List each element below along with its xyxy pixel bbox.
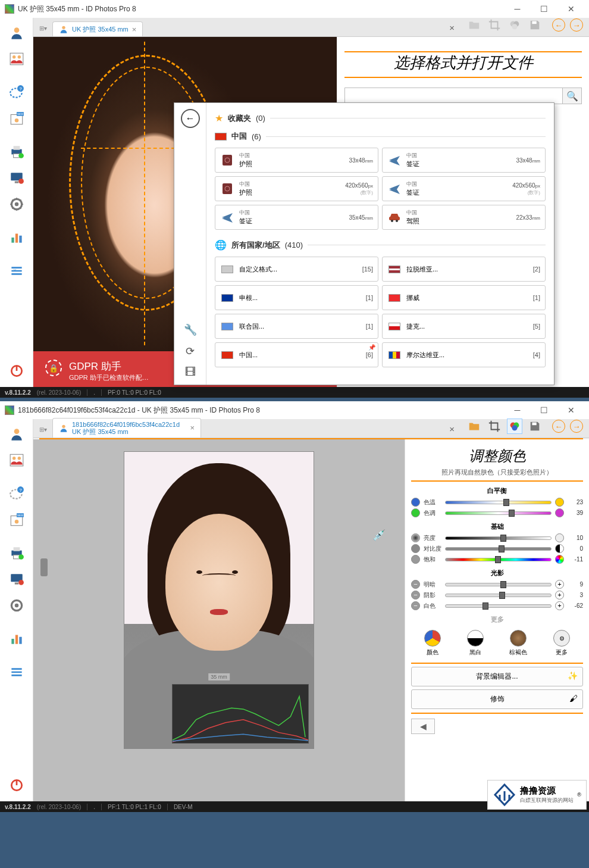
- nav-forward-icon[interactable]: →: [570, 18, 583, 32]
- slider-bright[interactable]: 亮度10: [411, 533, 583, 542]
- save-icon[interactable]: [527, 17, 543, 33]
- sidebar: ? NEW: [0, 18, 33, 387]
- eyedropper-icon[interactable]: 💉: [372, 529, 386, 542]
- wrench-icon[interactable]: 🔧: [184, 323, 197, 336]
- format-item[interactable]: 中国护照33x48mm: [215, 148, 378, 173]
- format-item[interactable]: 捷克...[5]: [382, 314, 546, 339]
- format-item[interactable]: 中国签证33x48mm: [382, 148, 546, 173]
- panel-heading: 调整颜色: [411, 447, 583, 466]
- search-box[interactable]: 🔍: [344, 88, 582, 104]
- format-item[interactable]: 挪威[1]: [382, 285, 546, 310]
- slider-tint[interactable]: 色调39: [411, 508, 583, 517]
- format-item[interactable]: 申根...[1]: [215, 285, 378, 310]
- format-item[interactable]: 中国签证35x45mm: [215, 205, 378, 230]
- sidebar-help[interactable]: ?: [2, 80, 31, 105]
- retouch-button[interactable]: 修饰🖌: [411, 689, 583, 709]
- format-item[interactable]: 拉脱维亚...[2]: [382, 257, 546, 282]
- crop-icon[interactable]: [487, 419, 502, 434]
- close-button[interactable]: ✕: [557, 1, 584, 17]
- tabbar-close-icon[interactable]: ×: [443, 23, 460, 36]
- slider-highlight[interactable]: −明暗+9: [411, 580, 583, 589]
- slider-shadow[interactable]: −阴影+3: [411, 591, 583, 600]
- sidebar-person[interactable]: [2, 20, 31, 45]
- section-china[interactable]: 中国(6): [215, 127, 546, 145]
- format-item[interactable]: 中国...[6]📌: [215, 342, 378, 367]
- watermark: 撸撸资源 白嫖互联网资源的网站 ®: [487, 780, 587, 810]
- mode-sepia-button[interactable]: 棕褐色: [509, 630, 527, 657]
- sidebar-power[interactable]: [2, 773, 31, 798]
- grid-toggle-icon[interactable]: ⊞▾: [37, 22, 49, 34]
- group-more: 更多: [411, 615, 583, 624]
- crop-icon[interactable]: [487, 17, 502, 33]
- save-icon[interactable]: [527, 419, 543, 434]
- sidebar-monitor[interactable]: [2, 166, 31, 191]
- slider-handle[interactable]: [40, 558, 48, 576]
- mode-more-button[interactable]: ⚙更多: [553, 630, 570, 657]
- canvas[interactable]: 35 mm: [33, 439, 405, 801]
- bg-editor-button[interactable]: 背景编辑器...✨: [411, 667, 583, 686]
- folder-icon[interactable]: [466, 17, 482, 33]
- grid-toggle-icon[interactable]: ⊞▾: [37, 423, 49, 435]
- person-icon: [59, 423, 68, 433]
- svg-point-24: [62, 26, 65, 29]
- sidebar-new[interactable]: NEW: [2, 507, 31, 532]
- sidebar-monitor[interactable]: [2, 567, 31, 592]
- popup-back-icon[interactable]: ←: [181, 109, 200, 128]
- sidebar-power[interactable]: [2, 358, 31, 383]
- sidebar-new[interactable]: NEW: [2, 106, 31, 131]
- format-item[interactable]: 中国签证420x560px(数字): [382, 176, 546, 201]
- color-icon[interactable]: [507, 17, 522, 33]
- minimize-button[interactable]: ─: [504, 1, 531, 17]
- search-input[interactable]: [345, 88, 562, 104]
- prev-button[interactable]: ◀: [411, 719, 435, 734]
- film-icon[interactable]: 🎞: [185, 366, 196, 379]
- folder-icon[interactable]: [466, 419, 482, 434]
- minimize-button[interactable]: ─: [504, 402, 531, 419]
- section-favorites[interactable]: ★收藏夹(0): [215, 109, 546, 127]
- slider-white[interactable]: −白色+-62: [411, 601, 583, 610]
- sidebar-people[interactable]: [2, 46, 31, 71]
- refresh-icon[interactable]: ⟳: [186, 345, 195, 358]
- sidebar-menu[interactable]: [2, 258, 31, 283]
- wand-icon: ✨: [568, 671, 578, 680]
- close-button[interactable]: ✕: [557, 402, 584, 419]
- color-icon[interactable]: [507, 419, 522, 434]
- tabbar-close-icon[interactable]: ×: [443, 424, 460, 438]
- sidebar-print[interactable]: [2, 139, 31, 164]
- slider-contrast[interactable]: 对比度0: [411, 544, 583, 553]
- sidebar-person[interactable]: [2, 421, 31, 447]
- tab-close-icon[interactable]: ×: [190, 423, 195, 432]
- sidebar-people[interactable]: [2, 448, 31, 473]
- tab-uk-passport[interactable]: UK 护照 35x45 mm ×: [52, 21, 143, 36]
- maximize-button[interactable]: ☐: [531, 402, 557, 419]
- histogram: [172, 684, 309, 744]
- format-item[interactable]: 自定义格式...[15]: [215, 257, 378, 282]
- mode-color-button[interactable]: 颜色: [424, 630, 441, 657]
- section-all[interactable]: 🌐所有国家/地区(410): [215, 236, 546, 254]
- sidebar-settings[interactable]: [2, 192, 31, 217]
- sidebar-stats[interactable]: [2, 225, 31, 250]
- window-title: UK 护照 35x45 mm - ID Photos Pro 8: [18, 4, 136, 14]
- tab-photo[interactable]: 181b666f82c64f019f6bc53f4ca22c1d UK 护照 3…: [52, 418, 201, 438]
- group-light: 光影: [411, 569, 583, 577]
- format-item[interactable]: 中国护照420x560px(数字): [215, 176, 378, 201]
- tab-close-icon[interactable]: ×: [132, 25, 137, 34]
- mode-bw-button[interactable]: 黑白: [467, 630, 484, 657]
- slider-temp[interactable]: 色温23: [411, 498, 583, 507]
- format-item[interactable]: 中国驾照22x33mm: [382, 205, 546, 230]
- app-icon: [5, 405, 14, 415]
- maximize-button[interactable]: ☐: [531, 1, 557, 17]
- format-item[interactable]: 联合国...[1]: [215, 314, 378, 339]
- svg-rect-12: [13, 146, 20, 150]
- sidebar-settings[interactable]: [2, 593, 31, 618]
- nav-back-icon[interactable]: ←: [552, 420, 565, 433]
- sidebar-help[interactable]: ?: [2, 481, 31, 506]
- sidebar-stats[interactable]: [2, 626, 31, 651]
- nav-back-icon[interactable]: ←: [552, 18, 565, 32]
- search-icon[interactable]: 🔍: [562, 88, 581, 104]
- sidebar-print[interactable]: [2, 541, 31, 566]
- nav-forward-icon[interactable]: →: [570, 420, 583, 433]
- format-item[interactable]: 摩尔达维亚...[4]: [382, 342, 546, 367]
- slider-sat[interactable]: 饱和-11: [411, 555, 583, 564]
- sidebar-menu[interactable]: [2, 660, 31, 685]
